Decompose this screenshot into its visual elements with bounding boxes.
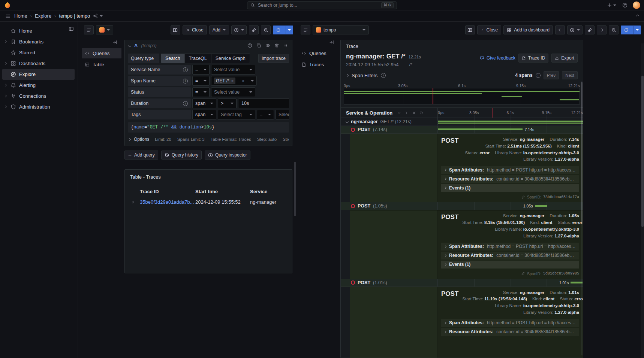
query-inspector-button[interactable]: Query inspector — [205, 151, 250, 160]
collapse-query-icon[interactable] — [128, 44, 131, 47]
service-name-operator-select[interactable]: = — [192, 65, 210, 75]
detail-section-span-attributes[interactable]: Span Attributes:http.method = POST http.… — [441, 243, 579, 251]
table-row[interactable]: 35be0f3d29a01adda7b... 2024-12-09 15:55:… — [130, 197, 287, 207]
breadcrumb-item-tempo-tempo[interactable]: tempo | tempo — [59, 13, 90, 19]
expand-all-icon[interactable] — [419, 111, 424, 115]
detail-section-resource-attributes[interactable]: Resource Attributes:container.id = 304fd… — [441, 175, 579, 183]
query-history-button[interactable]: Query history — [161, 151, 202, 160]
pane-tab-traces[interactable]: Traces — [298, 59, 338, 70]
window-scrollbar-thumb[interactable] — [641, 76, 644, 227]
close-pane-button[interactable]: Close — [183, 25, 207, 34]
detail-section-span-attributes[interactable]: Span Attributes:http.method = POST http.… — [441, 166, 579, 174]
grafana-logo-icon[interactable] — [4, 1, 11, 9]
span-row-root[interactable]: ng-managerGET /* (12.21s) — [341, 118, 583, 126]
tags-operator-select[interactable]: = — [257, 110, 274, 119]
trace-id-button[interactable]: Trace ID — [518, 54, 549, 63]
detail-section-events-1[interactable]: Events (1) — [441, 184, 579, 192]
span-row[interactable]: POST(7.14s) 7.14s — [341, 126, 583, 134]
window-scrollbar-track[interactable] — [641, 43, 644, 358]
expand-section-icon[interactable] — [4, 84, 6, 86]
tags-value-select[interactable]: Select va — [276, 110, 289, 119]
duplicate-query-icon[interactable] — [256, 43, 261, 48]
span-bar[interactable] — [438, 128, 523, 130]
search-input[interactable]: Search or jump to... ⌘+k — [247, 1, 397, 9]
left-pane-scrollbar[interactable] — [294, 162, 296, 216]
zoom-out-button[interactable] — [261, 25, 271, 34]
breadcrumb-item-home[interactable]: Home — [14, 13, 27, 19]
share-link-button[interactable] — [249, 25, 259, 34]
split-view-button[interactable] — [171, 25, 180, 34]
export-button[interactable]: Export — [551, 54, 578, 63]
close-pane-button[interactable]: Close — [477, 25, 502, 34]
sidebar-item-connections[interactable]: Connections — [2, 91, 75, 101]
mega-menu-toggle[interactable] — [4, 13, 11, 19]
clear-value-icon[interactable]: × — [242, 79, 244, 83]
info-icon[interactable]: i — [536, 73, 541, 78]
trace-scrollbar-thumb[interactable] — [581, 82, 583, 224]
time-picker-button[interactable] — [231, 25, 247, 34]
run-query-button[interactable] — [621, 25, 641, 34]
span-name-operator-select[interactable]: = — [192, 76, 210, 86]
new-button[interactable] — [606, 2, 617, 9]
expand-section-icon[interactable] — [4, 106, 6, 108]
add-query-button[interactable]: Add query — [124, 151, 158, 160]
hide-response-icon[interactable] — [265, 43, 270, 48]
detail-section-span-attributes[interactable]: Span Attributes:http.method = POST http.… — [441, 319, 579, 327]
query-type-service-graph[interactable]: Service Graph — [211, 54, 250, 63]
span-row[interactable]: POST(1.01s) 1.01s — [341, 279, 583, 287]
sidebar-item-starred[interactable]: Starred — [2, 47, 75, 58]
span-name-value-select[interactable]: GET /*× × — [211, 76, 257, 86]
tags-key-select[interactable]: Select tag — [218, 110, 255, 119]
zoom-out-button[interactable] — [609, 25, 619, 34]
status-value-select[interactable]: Select value — [211, 87, 255, 97]
span-bar[interactable] — [535, 205, 547, 207]
share-link-button[interactable] — [585, 25, 595, 34]
remove-query-icon[interactable] — [274, 43, 279, 48]
drag-handle-icon[interactable] — [283, 43, 288, 48]
queries-drawer-button[interactable] — [301, 25, 310, 34]
collapse-chrome-button[interactable] — [636, 14, 640, 18]
trace-id-link[interactable]: 35be0f3d29a01adda7b... — [140, 199, 195, 205]
share-icon[interactable] — [93, 13, 98, 18]
dock-menu-button[interactable] — [69, 26, 74, 33]
time-shift-back-button[interactable] — [555, 25, 565, 34]
pane-tab-queries[interactable]: Queries — [298, 48, 338, 58]
column-header-start-time[interactable]: Start time — [195, 189, 250, 194]
pane-tab-table[interactable]: Table — [82, 59, 121, 70]
collapse-span-icon[interactable] — [346, 120, 349, 123]
sidebar-item-explore[interactable]: Explore — [2, 69, 75, 80]
query-ref-id[interactable]: A — [134, 43, 138, 48]
time-picker-button[interactable] — [567, 25, 583, 34]
trace-minimap[interactable]: 0μs3.05s6.1s9.15s12.21s — [344, 83, 580, 104]
expand-one-icon[interactable] — [404, 111, 409, 115]
span-row[interactable]: POST(1.05s) 1.05s — [341, 202, 583, 210]
collapse-all-icon[interactable] — [412, 111, 416, 115]
collapse-one-icon[interactable] — [397, 111, 401, 115]
column-header-trace-id[interactable]: Trace ID — [140, 189, 195, 194]
pane-tab-queries[interactable]: Queries — [82, 48, 121, 58]
datasource-picker-left[interactable] — [96, 25, 113, 34]
help-button[interactable] — [622, 2, 628, 9]
collapse-sidebar-icon[interactable] — [329, 40, 334, 45]
info-icon[interactable]: i — [183, 67, 188, 72]
expand-row-icon[interactable] — [131, 200, 134, 203]
datasource-picker-right[interactable]: tempo — [313, 25, 369, 34]
expand-section-icon[interactable] — [4, 95, 6, 97]
expand-section-icon[interactable] — [4, 40, 6, 43]
detail-section-resource-attributes[interactable]: Resource Attributes:container.id = 304fd… — [441, 328, 579, 336]
tags-scope-select[interactable]: span — [192, 110, 216, 119]
options-toggle[interactable]: Options Limit: 20Spans Limit: 3Table For… — [128, 137, 289, 142]
query-help-icon[interactable] — [247, 43, 252, 48]
user-avatar[interactable] — [633, 1, 640, 9]
share-caret-icon[interactable] — [100, 15, 103, 17]
give-feedback-link[interactable]: Give feedback — [480, 55, 515, 61]
prev-span-button[interactable]: Prev — [544, 71, 559, 79]
sidebar-item-administration[interactable]: Administration — [2, 101, 75, 112]
time-shift-forward-button[interactable] — [597, 25, 607, 34]
import-trace-button[interactable]: Import trace — [258, 54, 289, 63]
breadcrumb-item-explore[interactable]: Explore — [35, 13, 51, 19]
detail-section-resource-attributes[interactable]: Resource Attributes:container.id = 304fd… — [441, 252, 579, 260]
detail-section-events-1[interactable]: Events (1) — [441, 261, 579, 268]
add-button[interactable]: Add — [209, 25, 229, 34]
sidebar-item-alerting[interactable]: Alerting — [2, 80, 75, 91]
